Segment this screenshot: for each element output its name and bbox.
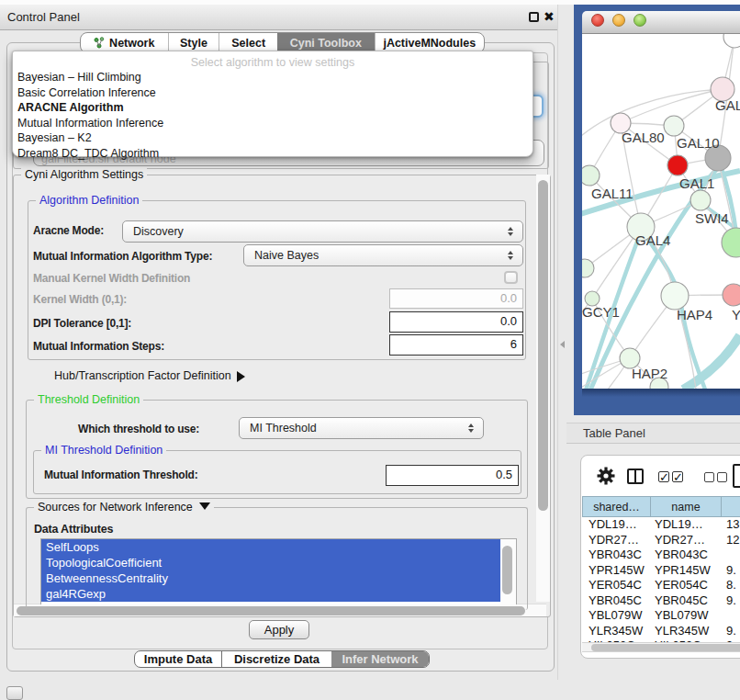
graph-node[interactable] [664,116,684,136]
list-item[interactable]: TopologicalCoefficient [41,555,502,570]
list-item[interactable]: BetweennessCentrality [41,570,502,586]
spinner-arrows-icon [507,250,514,261]
which-threshold-label: Which threshold to use: [78,423,199,435]
tab-style-label: Style [180,37,207,50]
table-row[interactable]: YBL079WYBL079W [582,608,740,624]
settings-vscrollbar-thumb[interactable] [538,180,548,511]
dpi-tolerance-label: DPI Tolerance [0,1]: [33,317,131,330]
graph-node[interactable] [722,228,740,257]
splitpane-collapse-arrow-icon[interactable] [560,341,565,348]
hub-expand-arrow-icon[interactable] [237,371,245,382]
dropdown-item-selected[interactable]: ARACNE Algorithm [13,100,533,116]
column-header-name[interactable]: name [651,496,722,517]
mi-steps-input[interactable]: 6 [389,334,523,356]
table-row[interactable]: YDR27…YDR27…12 [582,533,740,548]
mi-threshold-label: Mutual Information Threshold: [44,469,198,481]
graph-node[interactable] [582,165,600,186]
spinner-arrows-icon [467,423,475,434]
tab-select[interactable]: Select [219,33,277,52]
select-all-checked-icon[interactable]: ✓ [658,471,669,482]
dropdown-item[interactable]: Dream8 DC_TDC Algorithm [13,146,533,162]
list-vscrollbar-thumb[interactable] [502,546,512,594]
minimize-traffic-light[interactable] [612,14,625,27]
close-icon[interactable]: ✖ [544,5,555,30]
mi-type-label: Mutual Information Algorithm Type: [33,250,212,263]
divider-line [557,5,558,680]
list-vscrollbar[interactable] [500,539,516,604]
table-row[interactable]: YBR043CYBR043C [582,548,740,563]
mi-threshold-legend: MI Threshold Definition [41,444,166,457]
table-hscrollbar-thumb[interactable] [591,644,740,651]
graph-node[interactable] [723,34,740,48]
gear-icon[interactable] [597,467,615,485]
graph-node[interactable] [661,282,689,310]
manual-kernel-label: Manual Kernel Width Definition [33,272,190,285]
control-panel-titlebar: Control Panel ✖ [0,5,558,30]
graph-node-label: GAL11 [591,186,633,201]
mini-window-icon[interactable] [6,686,23,700]
data-attributes-list: SelfLoops TopologicalCoefficient Between… [40,538,517,604]
table-row[interactable]: YER054CYER054C8. [582,578,740,593]
table-hscrollbar[interactable] [582,642,740,652]
graph-node[interactable] [723,284,740,306]
tab-style[interactable]: Style [168,33,219,52]
manual-kernel-checkbox[interactable] [504,271,518,284]
dpi-tolerance-input[interactable]: 0.0 [389,311,523,333]
table-body: YDL19…YDL19…13 YDR27…YDR27…12 YBR043CYBR… [582,517,740,642]
dropdown-item[interactable]: Bayesian – K2 [13,130,533,146]
column-header-shared[interactable]: shared… [582,496,651,517]
close-traffic-light[interactable] [591,14,604,27]
mi-threshold-input[interactable]: 0.5 [386,465,519,486]
list-item[interactable]: SelfLoops [41,539,502,555]
tab-discretize-data[interactable]: Discretize Data [221,651,331,667]
graph-node-label: HAP4 [677,307,712,322]
apply-button[interactable]: Apply [249,620,309,639]
columns-icon[interactable] [627,469,644,484]
tab-network-label: Network [109,37,154,50]
tab-cyni-toolbox[interactable]: Cyni Toolbox [277,33,375,52]
which-threshold-combo[interactable]: MI Threshold [239,417,484,439]
data-attributes-label: Data Attributes [34,523,113,536]
dropdown-item[interactable]: Bayesian – Hill Climbing [13,70,533,85]
graph-node[interactable] [582,259,594,277]
select-all-checked-icon2[interactable]: ✓ [672,471,683,482]
network-canvas[interactable]: GAL7GAL80GAL10GAL1GAL11SWI4GAL4GCY1HAP4Y… [582,34,740,389]
table-row[interactable]: YBR045CYBR045C9. [582,593,740,609]
tab-infer-network[interactable]: Infer Network [331,651,429,667]
mi-type-combo[interactable]: Naive Bayes [243,244,523,266]
table-row[interactable]: YLR345WYLR345W9. [582,624,740,639]
list-item[interactable]: gal4RGexp [41,586,502,602]
table-row[interactable]: YPR145WYPR145W9. [582,563,740,579]
graph-node[interactable] [667,155,688,175]
hub-definition-label[interactable]: Hub/Transcription Factor Definition [54,369,231,382]
sources-legend-text: Sources for Network Inference [38,501,193,514]
table-panel-title: Table Panel [583,423,645,444]
tab-network[interactable]: Network [81,33,168,52]
cyni-settings-legend: Cyni Algorithm Settings [21,168,147,181]
float-icon[interactable] [529,12,539,22]
unselect-all-icon[interactable] [704,472,714,482]
dropdown-item[interactable]: Mutual Information Inference [13,116,533,131]
sources-legend: Sources for Network Inference [34,501,214,514]
kernel-width-input[interactable]: 0.0 [389,288,523,309]
tab-impute-data[interactable]: Impute Data [135,651,221,667]
aracne-mode-combo[interactable]: Discovery [122,220,523,243]
unselect-all-icon2[interactable] [717,472,727,482]
sources-collapse-arrow-icon[interactable] [199,502,210,510]
algorithm-definition-legend: Algorithm Definition [36,194,142,207]
tab-jactivemnodules[interactable]: jActiveMNodules [375,33,484,52]
graph-node-label: GAL10 [677,135,720,151]
network-view-window: GAL7GAL80GAL10GAL1GAL11SWI4GAL4GCY1HAP4Y… [574,5,740,415]
algorithm-dropdown: Select algorithm to view settings Bayesi… [12,51,533,157]
graph-node-label: GAL1 [679,175,714,191]
zoom-traffic-light[interactable] [633,14,646,27]
document-icon[interactable] [733,464,740,488]
settings-vscrollbar[interactable] [536,175,550,602]
spinner-arrows-icon [507,226,514,237]
column-header-third[interactable] [722,496,740,517]
dropdown-item[interactable]: Basic Correlation Inference [13,85,533,101]
graph-node-label: Y [732,307,740,322]
network-frame-shadow [582,389,740,415]
graph-node[interactable] [690,190,711,210]
table-row[interactable]: YDL19…YDL19…13 [582,517,740,533]
